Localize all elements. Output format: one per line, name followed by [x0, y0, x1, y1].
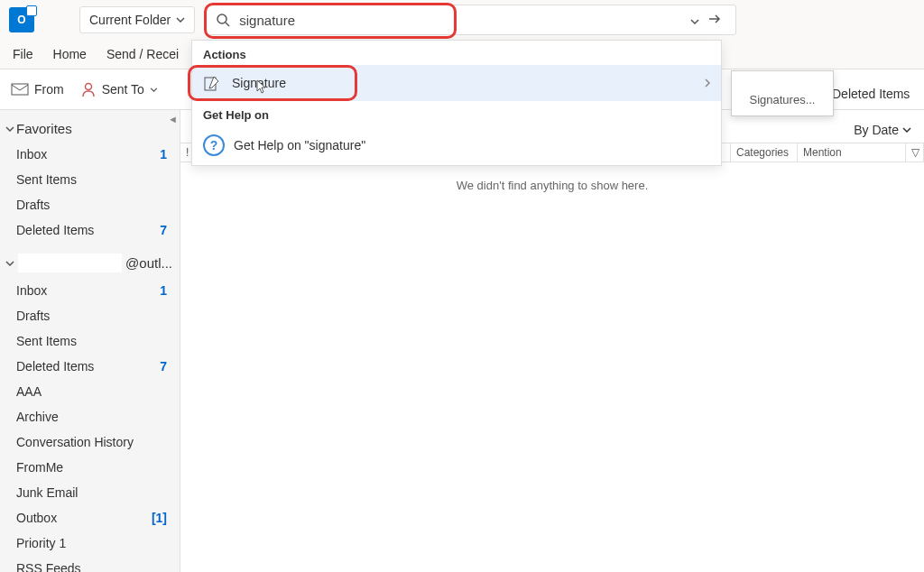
search-scope-dropdown[interactable]: Current Folder [79, 6, 195, 33]
search-input[interactable] [239, 13, 687, 28]
menu-sendreceive[interactable]: Send / Recei [106, 47, 179, 61]
svg-point-0 [217, 14, 226, 23]
folder-name: Deleted Items [16, 223, 94, 237]
person-icon [80, 81, 97, 97]
envelope-icon [11, 82, 29, 97]
suggestions-help-header: Get Help on [192, 101, 721, 125]
col-categories[interactable]: Categories [731, 143, 798, 161]
folder-name: Deleted Items [16, 359, 94, 374]
suggestion-signature-label: Signature [232, 76, 286, 90]
folder-name: Priority 1 [16, 536, 66, 550]
folder-item[interactable]: FromMe [0, 455, 180, 480]
sort-label: By Date [854, 123, 899, 137]
svg-line-1 [226, 23, 229, 26]
toolbar-from-label: From [34, 82, 64, 97]
folder-item[interactable]: Deleted Items7 [0, 217, 180, 243]
folder-name: Inbox [16, 283, 47, 298]
account-suffix: @outl... [125, 255, 172, 271]
folder-name: Inbox [16, 147, 47, 161]
folder-count: 7 [160, 223, 167, 237]
folder-item[interactable]: Inbox1 [0, 278, 180, 303]
chevron-down-icon [5, 126, 14, 132]
chevron-down-icon [150, 88, 158, 92]
toolbar-sentto-label: Sent To [102, 82, 144, 97]
folder-item[interactable]: Conversation History [0, 429, 180, 455]
folder-item[interactable]: Archive [0, 404, 180, 429]
toolbar-sentto[interactable]: Sent To [80, 81, 158, 97]
svg-rect-2 [12, 84, 28, 95]
help-question-icon: ? [203, 134, 225, 156]
folder-name: Drafts [16, 309, 50, 323]
svg-point-3 [85, 84, 91, 90]
search-box[interactable] [206, 5, 736, 35]
message-list-area: By Date ! □ 📎 From Subject Received Size… [180, 110, 924, 572]
folder-name: Junk Email [16, 485, 78, 500]
search-suggestions-panel: Actions Signature Get Help on ? Get Help… [191, 40, 722, 166]
folder-item[interactable]: Outbox[1] [0, 505, 180, 530]
folder-item[interactable]: Drafts [0, 303, 180, 328]
arrow-right-icon [708, 14, 721, 24]
account-name-redacted [18, 254, 122, 272]
folder-name: Outbox [16, 511, 57, 525]
chevron-right-icon [705, 76, 710, 90]
folder-name: FromMe [16, 460, 63, 475]
search-submit-arrow[interactable] [703, 10, 726, 31]
suggestion-signature[interactable]: Signature [192, 65, 721, 101]
suggestion-help[interactable]: ? Get Help on "signature" [192, 125, 721, 165]
folder-count: 1 [160, 283, 167, 298]
folder-name: Sent Items [16, 172, 77, 187]
suggestions-actions-header: Actions [192, 41, 721, 65]
folder-item[interactable]: Priority 1 [0, 530, 180, 556]
favorites-title: Favorites [16, 121, 72, 136]
partial-deleted-items-text: Deleted Items [832, 87, 910, 101]
folder-item[interactable]: Sent Items [0, 328, 180, 354]
account-header[interactable]: @outl... [0, 243, 180, 278]
menu-home[interactable]: Home [53, 47, 87, 61]
chevron-down-icon [176, 17, 185, 23]
favorites-header[interactable]: Favorites [0, 110, 180, 142]
chevron-down-icon [690, 19, 699, 24]
folder-item[interactable]: Inbox1 [0, 142, 180, 167]
folder-item[interactable]: AAA [0, 379, 180, 404]
folder-name: RSS Feeds [16, 561, 81, 572]
scope-label: Current Folder [89, 13, 171, 27]
folder-name: AAA [16, 384, 42, 399]
chevron-down-icon [902, 127, 911, 133]
folder-name: Conversation History [16, 435, 134, 449]
chevron-down-icon [5, 261, 14, 266]
empty-results-message: We didn't find anything to show here. [180, 179, 924, 192]
search-dropdown-chevron[interactable] [687, 10, 703, 31]
folder-name: Sent Items [16, 334, 77, 348]
outlook-logo-icon: O [9, 7, 34, 32]
sort-by-date[interactable]: By Date [854, 123, 911, 137]
folder-count: [1] [152, 511, 167, 525]
signature-flyout: Signatures... [731, 70, 834, 116]
folder-item[interactable]: Drafts [0, 192, 180, 217]
folder-item[interactable]: Sent Items [0, 167, 180, 192]
signature-edit-icon [203, 74, 221, 92]
folder-name: Archive [16, 410, 59, 424]
flyout-signatures[interactable]: Signatures... [732, 88, 833, 112]
folder-item[interactable]: Deleted Items7 [0, 354, 180, 379]
toolbar-from[interactable]: From [11, 82, 64, 97]
folder-count: 7 [160, 359, 167, 374]
folder-item[interactable]: Junk Email [0, 480, 180, 505]
folder-name: Drafts [16, 198, 50, 212]
sidebar-collapse-handle[interactable]: ◄ [168, 114, 178, 125]
folder-sidebar: ◄ Favorites Inbox1Sent ItemsDraftsDelete… [0, 110, 180, 572]
folder-item[interactable]: RSS Feeds [0, 556, 180, 572]
col-mention[interactable]: Mention [798, 143, 906, 161]
suggestion-help-label: Get Help on "signature" [234, 138, 365, 152]
col-filter-icon[interactable]: ▽ [906, 143, 924, 161]
folder-count: 1 [160, 147, 167, 161]
search-icon [216, 13, 230, 27]
menu-file[interactable]: File [13, 47, 33, 61]
